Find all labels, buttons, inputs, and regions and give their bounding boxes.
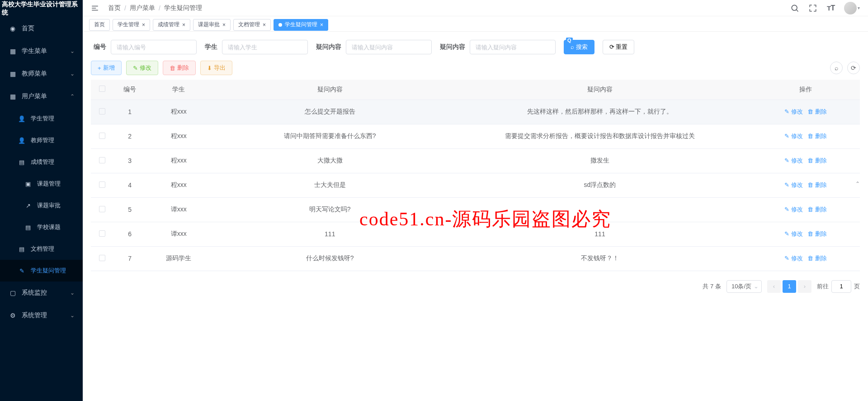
delete-button[interactable]: 🗑 删除 (163, 61, 196, 75)
row-edit-link[interactable]: ✎ 修改 (784, 206, 803, 213)
page-number-button[interactable]: 1 (783, 280, 796, 293)
select-all-checkbox[interactable] (99, 86, 105, 92)
row-delete-link[interactable]: 🗑 删除 (807, 108, 827, 115)
edit-icon: ✎ (18, 267, 25, 274)
sidebar-item-学校课题[interactable]: ▤学校课题 (0, 216, 83, 238)
sidebar-item-学生疑问管理[interactable]: ✎学生疑问管理 (0, 260, 83, 282)
sidebar-item-教师管理[interactable]: 👤教师管理 (0, 129, 83, 151)
tab-学生疑问管理[interactable]: 学生疑问管理× (274, 19, 328, 31)
sidebar-item-系统监控[interactable]: ▢系统监控⌄ (0, 282, 83, 304)
fullscreen-icon[interactable] (808, 3, 818, 13)
row-checkbox[interactable] (99, 181, 105, 188)
row-checkbox[interactable] (99, 108, 105, 115)
cell-q2: 111 (448, 222, 751, 246)
user-icon: 👤 (18, 137, 25, 144)
row-delete-link[interactable]: 🗑 删除 (807, 133, 827, 139)
close-icon[interactable]: × (320, 22, 323, 28)
page-jump-input[interactable] (831, 280, 851, 293)
row-edit-link[interactable]: ✎ 修改 (784, 181, 803, 188)
svg-point-3 (792, 5, 797, 10)
sidebar-item-教师菜单[interactable]: ▦教师菜单⌄ (0, 62, 83, 85)
row-edit-link[interactable]: ✎ 修改 (784, 108, 803, 115)
page-size-select[interactable]: 10条/页 (726, 280, 762, 293)
cell-student: 谭xxx (146, 222, 211, 246)
close-icon[interactable]: × (222, 22, 226, 28)
sidebar-item-学生菜单[interactable]: ▦学生菜单⌄ (0, 40, 83, 62)
search-label-3: 疑问内容 (440, 43, 465, 51)
row-checkbox[interactable] (99, 255, 105, 261)
main: 首页/用户菜单/学生疑问管理 ᴛT ▾ 首页学生管理×成绩管理×课题审批×文档管… (83, 0, 868, 401)
cell-student: 程xxx (146, 124, 211, 148)
user-avatar[interactable]: ▾ (844, 2, 860, 14)
row-checkbox[interactable] (99, 157, 105, 163)
page-jump: 前往 页 (817, 280, 860, 293)
cell-q1: 111 (211, 222, 448, 246)
search-toggle-icon[interactable]: ⌕ (830, 62, 843, 74)
row-edit-link[interactable]: ✎ 修改 (784, 255, 803, 262)
row-checkbox[interactable] (99, 133, 105, 139)
row-delete-link[interactable]: 🗑 删除 (807, 181, 827, 188)
tab-学生管理[interactable]: 学生管理× (113, 19, 150, 31)
hamburger-icon[interactable] (91, 4, 100, 13)
page-next-button[interactable]: › (798, 280, 811, 293)
search-input-0[interactable] (111, 40, 197, 54)
user-icon: 👤 (18, 115, 25, 122)
breadcrumb-item: 学生疑问管理 (164, 4, 202, 12)
fontsize-icon[interactable]: ᴛT (826, 3, 836, 13)
row-checkbox[interactable] (99, 230, 105, 237)
table-row: 7 源码学生 什么时候发钱呀? 不发钱呀？！ ✎ 修改🗑 删除 (91, 246, 860, 271)
row-delete-link[interactable]: 🗑 删除 (807, 230, 827, 237)
search-input-2[interactable] (346, 40, 432, 54)
export-button[interactable]: ⬇ 导出 (200, 61, 232, 75)
row-delete-link[interactable]: 🗑 删除 (807, 255, 827, 262)
search-button[interactable]: ⌕ 搜索 (564, 40, 594, 54)
sidebar-item-系统管理[interactable]: ⚙系统管理⌄ (0, 304, 83, 327)
chevron-down-icon: ⌄ (70, 312, 75, 319)
column-header: 编号 (113, 80, 146, 100)
edit-button[interactable]: ✎ 修改 (126, 61, 158, 75)
svg-line-4 (797, 10, 798, 11)
refresh-icon[interactable]: ⟳ (847, 62, 860, 74)
search-label-2: 疑问内容 (316, 43, 341, 51)
row-delete-link[interactable]: 🗑 删除 (807, 157, 827, 164)
search-input-3[interactable] (470, 40, 556, 54)
sidebar-item-文档管理[interactable]: ▤文档管理 (0, 238, 83, 260)
cell-id: 2 (113, 124, 146, 148)
row-edit-link[interactable]: ✎ 修改 (784, 230, 803, 237)
search-input-1[interactable] (222, 40, 308, 54)
header: 首页/用户菜单/学生疑问管理 ᴛT ▾ (83, 0, 868, 16)
link-icon: ↗ (24, 202, 32, 209)
sidebar-item-学生管理[interactable]: 👤学生管理 (0, 108, 83, 129)
breadcrumb-item[interactable]: 用户菜单 (130, 4, 155, 12)
page-prev-button[interactable]: ‹ (767, 280, 781, 293)
cell-id: 4 (113, 173, 146, 197)
tab-成绩管理[interactable]: 成绩管理× (153, 19, 190, 31)
row-edit-link[interactable]: ✎ 修改 (784, 133, 803, 139)
tab-课题审批[interactable]: 课题审批× (193, 19, 231, 31)
reset-button[interactable]: ⟳ 重置 (603, 40, 635, 54)
sidebar-item-首页[interactable]: ◉首页 (0, 17, 83, 40)
close-icon[interactable]: × (263, 22, 266, 28)
tabs-bar: 首页学生管理×成绩管理×课题审批×文档管理×学生疑问管理× (83, 16, 868, 32)
table-row: 4 程xxx 士大夫但是 sd浮点数的 ✎ 修改🗑 删除 (91, 173, 860, 197)
tab-文档管理[interactable]: 文档管理× (233, 19, 271, 31)
sidebar-item-课题管理[interactable]: ▣课题管理⌃ (0, 173, 83, 195)
close-icon[interactable]: × (182, 22, 185, 28)
breadcrumb-item[interactable]: 首页 (108, 4, 121, 12)
cell-q1: 请问中期答辩需要准备什么东西? (211, 124, 448, 148)
search-icon[interactable] (790, 3, 800, 13)
sidebar-item-用户菜单[interactable]: ▦用户菜单⌃ (0, 85, 83, 108)
cell-id: 3 (113, 148, 146, 173)
cell-q2: 不发钱呀？！ (448, 246, 751, 271)
close-icon[interactable]: × (142, 22, 145, 28)
cell-q2: 需要提交需求分析报告，概要设计报告和数据库设计报告并审核过关 (448, 124, 751, 148)
add-button[interactable]: + 新增 (91, 61, 122, 75)
cell-q1: 大撒大撒 (211, 148, 448, 173)
cell-q2: sd浮点数的 (448, 173, 751, 197)
row-delete-link[interactable]: 🗑 删除 (807, 206, 827, 213)
sidebar-item-课题审批[interactable]: ↗课题审批 (0, 195, 83, 216)
row-checkbox[interactable] (99, 206, 105, 212)
tab-首页[interactable]: 首页 (89, 19, 110, 31)
sidebar-item-成绩管理[interactable]: ▤成绩管理 (0, 151, 83, 173)
row-edit-link[interactable]: ✎ 修改 (784, 157, 803, 164)
